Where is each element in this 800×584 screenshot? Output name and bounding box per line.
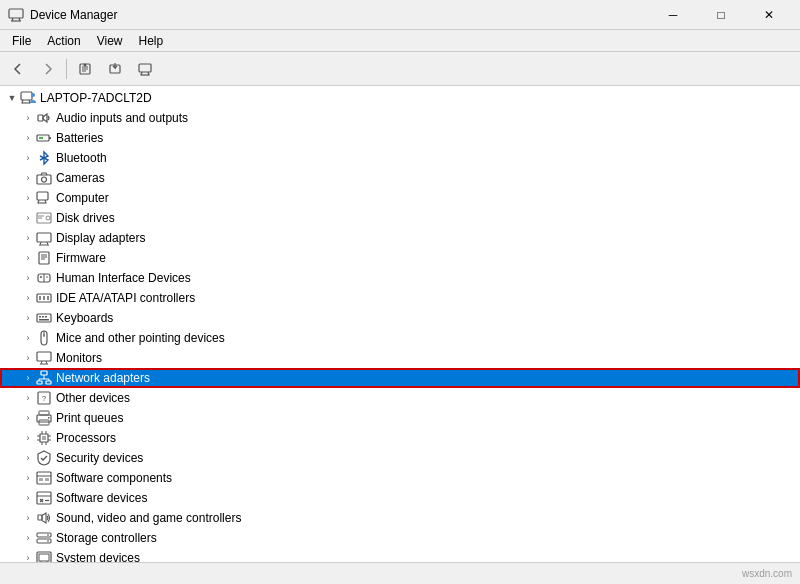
svg-rect-86 bbox=[37, 472, 51, 484]
svg-rect-15 bbox=[21, 92, 32, 100]
tree-row-audio[interactable]: › Audio inputs and outputs bbox=[0, 108, 800, 128]
menu-action[interactable]: Action bbox=[39, 30, 88, 52]
expand-icon-system[interactable]: › bbox=[20, 550, 36, 562]
expand-icon-root[interactable]: ▼ bbox=[4, 90, 20, 106]
tree-row-sound[interactable]: › Sound, video and game controllers bbox=[0, 508, 800, 528]
svg-rect-102 bbox=[39, 554, 49, 561]
other-label: Other devices bbox=[56, 391, 130, 405]
tree-row-display[interactable]: › Display adapters bbox=[0, 228, 800, 248]
svg-rect-56 bbox=[39, 319, 49, 321]
ide-icon bbox=[36, 290, 52, 306]
storage-icon bbox=[36, 530, 52, 546]
expand-icon-print[interactable]: › bbox=[20, 410, 36, 426]
svg-point-19 bbox=[31, 93, 35, 97]
back-button[interactable] bbox=[4, 56, 32, 82]
expand-icon-mice[interactable]: › bbox=[20, 330, 36, 346]
tree-row-bluetooth[interactable]: › Bluetooth bbox=[0, 148, 800, 168]
tree-row-storage[interactable]: › Storage controllers bbox=[0, 528, 800, 548]
tree-row-batteries[interactable]: › Batteries bbox=[0, 128, 800, 148]
keyboard-icon bbox=[36, 310, 52, 326]
svg-rect-36 bbox=[37, 233, 51, 242]
bluetooth-icon bbox=[36, 150, 52, 166]
processor-icon bbox=[36, 430, 52, 446]
tree-row-print[interactable]: › Print queues bbox=[0, 408, 800, 428]
tree-row-mice[interactable]: › Mice and other pointing devices bbox=[0, 328, 800, 348]
list-item: › Monitors bbox=[0, 348, 800, 368]
menu-view[interactable]: View bbox=[89, 30, 131, 52]
expand-icon-ide[interactable]: › bbox=[20, 290, 36, 306]
app-icon bbox=[8, 7, 24, 23]
update-driver-icon bbox=[108, 62, 122, 76]
bluetooth-label: Bluetooth bbox=[56, 151, 107, 165]
expand-icon-keyboards[interactable]: › bbox=[20, 310, 36, 326]
main-content[interactable]: ▼ LAPTOP-7ADCLT2D bbox=[0, 86, 800, 562]
expand-icon-storage[interactable]: › bbox=[20, 530, 36, 546]
tree-row-software-dev[interactable]: › Software devices bbox=[0, 488, 800, 508]
batteries-label: Batteries bbox=[56, 131, 103, 145]
expand-icon-sound[interactable]: › bbox=[20, 510, 36, 526]
system-icon bbox=[36, 550, 52, 562]
expand-icon-hid[interactable]: › bbox=[20, 270, 36, 286]
tree-row-disk[interactable]: › Disk drives bbox=[0, 208, 800, 228]
menu-file[interactable]: File bbox=[4, 30, 39, 52]
expand-icon-software-comp[interactable]: › bbox=[20, 470, 36, 486]
svg-rect-11 bbox=[139, 64, 151, 72]
list-item: › Human Interface Devices bbox=[0, 268, 800, 288]
update-driver-button[interactable] bbox=[101, 56, 129, 82]
svg-rect-54 bbox=[42, 316, 44, 318]
maximize-button[interactable]: □ bbox=[698, 0, 744, 30]
expand-icon-processors[interactable]: › bbox=[20, 430, 36, 446]
toolbar-sep-1 bbox=[66, 59, 67, 79]
expand-icon-cameras[interactable]: › bbox=[20, 170, 36, 186]
svg-point-100 bbox=[47, 540, 49, 542]
display-label: Display adapters bbox=[56, 231, 145, 245]
software-dev-label: Software devices bbox=[56, 491, 147, 505]
list-item: › ? Other devices bbox=[0, 388, 800, 408]
list-item: › Disk drives bbox=[0, 208, 800, 228]
expand-icon-network[interactable]: › bbox=[20, 370, 36, 386]
svg-rect-55 bbox=[45, 316, 47, 318]
tree-row-software-comp[interactable]: › Software components bbox=[0, 468, 800, 488]
svg-rect-0 bbox=[9, 9, 23, 18]
tree-row-monitors[interactable]: › Monitors bbox=[0, 348, 800, 368]
expand-icon-batteries[interactable]: › bbox=[20, 130, 36, 146]
expand-icon-bluetooth[interactable]: › bbox=[20, 150, 36, 166]
tree-row-security[interactable]: › Security devices bbox=[0, 448, 800, 468]
network-label: Network adapters bbox=[56, 371, 150, 385]
svg-rect-59 bbox=[37, 352, 51, 361]
security-icon bbox=[36, 450, 52, 466]
tree-row-processors[interactable]: › bbox=[0, 428, 800, 448]
svg-rect-89 bbox=[45, 478, 49, 481]
svg-point-33 bbox=[46, 216, 50, 220]
expand-icon-software-dev[interactable]: › bbox=[20, 490, 36, 506]
software-dev-icon bbox=[36, 490, 52, 506]
expand-icon-disk[interactable]: › bbox=[20, 210, 36, 226]
expand-icon-security[interactable]: › bbox=[20, 450, 36, 466]
tree-row-other[interactable]: › ? Other devices bbox=[0, 388, 800, 408]
expand-icon-other[interactable]: › bbox=[20, 390, 36, 406]
expand-icon-display[interactable]: › bbox=[20, 230, 36, 246]
expand-icon-firmware[interactable]: › bbox=[20, 250, 36, 266]
tree-row-hid[interactable]: › Human Interface Devices bbox=[0, 268, 800, 288]
forward-button[interactable] bbox=[34, 56, 62, 82]
close-button[interactable]: ✕ bbox=[746, 0, 792, 30]
minimize-button[interactable]: ─ bbox=[650, 0, 696, 30]
expand-icon-computer[interactable]: › bbox=[20, 190, 36, 206]
disk-label: Disk drives bbox=[56, 211, 115, 225]
tree-row-root[interactable]: ▼ LAPTOP-7ADCLT2D bbox=[0, 88, 800, 108]
display-button[interactable] bbox=[131, 56, 159, 82]
tree-row-ide[interactable]: › IDE ATA/ATAPI controllers bbox=[0, 288, 800, 308]
audio-label: Audio inputs and outputs bbox=[56, 111, 188, 125]
properties-button[interactable] bbox=[71, 56, 99, 82]
tree-row-computer[interactable]: › Computer bbox=[0, 188, 800, 208]
tree-row-keyboards[interactable]: › Keyboards bbox=[0, 308, 800, 328]
menu-help[interactable]: Help bbox=[131, 30, 172, 52]
tree-row-network[interactable]: › Network ada bbox=[0, 368, 800, 388]
list-item: › Display adapters bbox=[0, 228, 800, 248]
expand-icon-audio[interactable]: › bbox=[20, 110, 36, 126]
tree-row-firmware[interactable]: › Firmware bbox=[0, 248, 800, 268]
tree-row-cameras[interactable]: › Cameras bbox=[0, 168, 800, 188]
expand-icon-monitors[interactable]: › bbox=[20, 350, 36, 366]
list-item: › Network ada bbox=[0, 368, 800, 388]
tree-row-system[interactable]: › System devices bbox=[0, 548, 800, 562]
